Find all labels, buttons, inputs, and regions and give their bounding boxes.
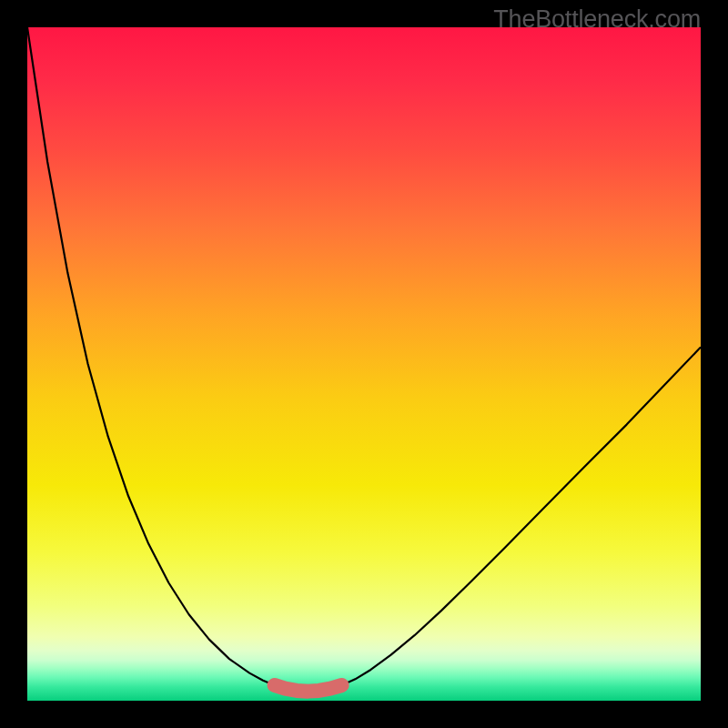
curve-layer bbox=[27, 27, 701, 701]
bottleneck-curve bbox=[27, 27, 701, 692]
plot-area bbox=[27, 27, 701, 701]
optimal-band-highlight bbox=[275, 685, 342, 692]
chart-frame: TheBottleneck.com bbox=[0, 0, 728, 728]
